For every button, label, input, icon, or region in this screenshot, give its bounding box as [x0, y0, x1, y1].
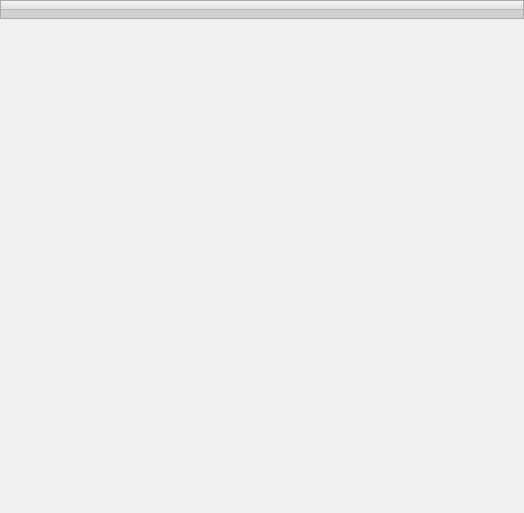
main-window — [0, 0, 524, 19]
title-bar — [1, 1, 523, 10]
shapes-grid — [1, 10, 523, 18]
